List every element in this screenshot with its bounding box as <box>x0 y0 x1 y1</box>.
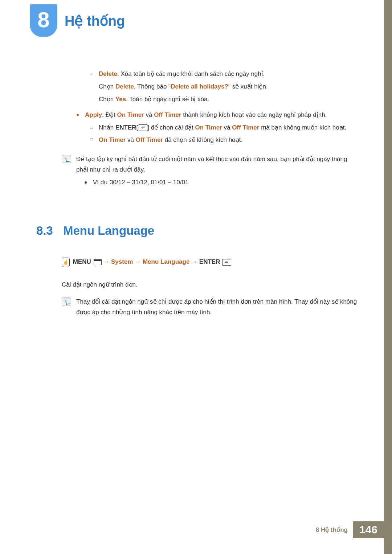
section-number: 8.3 <box>36 221 63 241</box>
sq2-on: On Timer <box>99 136 126 143</box>
apply-mid1: và <box>144 111 154 118</box>
apply-row: ● Apply: Đặt On Timer và Off Timer thành… <box>76 110 359 120</box>
delete-line3-b: Yes <box>115 96 126 103</box>
section-body-text: Cài đặt ngôn ngữ trình đơn. <box>62 280 359 290</box>
sq1-post: mà bạn không muốn kích hoạt. <box>259 124 346 131</box>
apply-pre: : Đặt <box>102 111 117 118</box>
delete-line3-post: . Toàn bộ ngày nghỉ sẽ bị xóa. <box>126 96 209 103</box>
hand-icon: ☝ <box>62 258 70 267</box>
delete-line3-pre: Chọn <box>99 96 115 103</box>
note-icon <box>62 297 71 305</box>
sq1-enter: ENTER <box>115 124 136 131</box>
apply-text: Apply: Đặt On Timer và Off Timer thành k… <box>85 110 327 120</box>
enter-icon <box>139 124 147 131</box>
footer-page-number: 146 <box>353 521 384 538</box>
menu-icon <box>94 259 102 265</box>
sq1-mid1: để chọn cài đặt <box>149 124 195 131</box>
sq1-brackets: [ <box>136 124 138 131</box>
note1-example-row: ● Ví dụ 30/12 – 31/12, 01/01 – 10/01 <box>84 177 359 188</box>
delete-label: Delete <box>99 70 117 77</box>
nav-system: System <box>111 258 133 265</box>
chapter-number: 8 <box>37 9 49 31</box>
sq1-on: On Timer <box>195 124 222 131</box>
delete-line2-b2: Delete all holidays? <box>171 83 228 90</box>
note2-text: Thay đổi cài đặt ngôn ngữ sẽ chỉ được áp… <box>76 297 359 318</box>
page-content: - Delete: Xóa toàn bộ các mục khỏi danh … <box>62 69 359 320</box>
enter-icon <box>222 259 231 266</box>
delete-line2: Chọn Delete. Thông báo "Delete all holid… <box>99 82 359 92</box>
note-block-1: Để tạo lập kỳ nghỉ bắt đầu từ cuối một n… <box>62 154 359 175</box>
section-8-3-heading: 8.3Menu Language <box>36 221 359 241</box>
sq1-mid2: và <box>222 124 232 131</box>
sq1-off: Off Timer <box>232 124 259 131</box>
delete-line2-pre: Chọn <box>99 83 115 90</box>
section-title: Menu Language <box>63 224 154 237</box>
bullet-dot-icon: ● <box>84 177 93 188</box>
delete-line2-mid: . Thông báo " <box>134 83 171 90</box>
square-marker-icon: □ <box>90 135 99 145</box>
square-marker-icon: □ <box>90 123 99 133</box>
apply-sq2-text: On Timer và Off Timer đã chọn sẽ không k… <box>99 135 242 145</box>
chapter-title: Hệ thống <box>65 13 125 29</box>
chapter-tab: 8 <box>30 4 57 37</box>
delete-line1: - Delete: Xóa toàn bộ các mục khỏi danh … <box>90 69 359 79</box>
note-block-2: Thay đổi cài đặt ngôn ngữ sẽ chỉ được áp… <box>62 297 359 318</box>
delete-line2-post: " sẽ xuất hiện. <box>228 83 268 90</box>
nav-menu-label: MENU <box>73 258 91 265</box>
sq2-mid: và <box>126 136 135 143</box>
nav-enter-label: ENTER <box>199 258 220 265</box>
apply-label: Apply <box>85 111 102 118</box>
apply-off-timer: Off Timer <box>154 111 181 118</box>
nav-arrow1: → <box>103 258 111 265</box>
apply-on-timer: On Timer <box>117 111 144 118</box>
note1-example: Ví dụ 30/12 – 31/12, 01/01 – 10/01 <box>93 177 188 188</box>
delete-desc: : Xóa toàn bộ các mục khỏi danh sách các… <box>117 70 265 77</box>
apply-sq1-text: Nhấn ENTER[] để chọn cài đặt On Timer và… <box>99 123 346 133</box>
apply-sq1: □ Nhấn ENTER[] để chọn cài đặt On Timer … <box>90 123 359 133</box>
note1-text: Để tạo lập kỳ nghỉ bắt đầu từ cuối một n… <box>76 154 359 175</box>
sq2-post: đã chọn sẽ không kích hoạt. <box>163 136 242 143</box>
dash-marker: - <box>90 69 99 79</box>
right-sidebar-bar <box>384 0 392 554</box>
delete-line3: Chọn Yes. Toàn bộ ngày nghỉ sẽ bị xóa. <box>99 94 359 105</box>
nav-menulang: Menu Language <box>143 258 189 265</box>
apply-post: thành không kích hoạt vào các ngày nghỉ … <box>181 111 327 118</box>
delete-line2-b1: Delete <box>115 83 134 90</box>
nav-arrow3: → <box>191 258 199 265</box>
note-icon <box>62 155 71 163</box>
sq1-pre: Nhấn <box>99 124 115 131</box>
page-footer: 8 Hệ thống 146 <box>0 521 384 538</box>
delete-line1-text: Delete: Xóa toàn bộ các mục khỏi danh sá… <box>99 69 359 79</box>
nav-path: ☝ MENU → System → Menu Language → ENTER <box>62 257 359 267</box>
sq2-off: Off Timer <box>136 136 163 143</box>
apply-sq2: □ On Timer và Off Timer đã chọn sẽ không… <box>90 135 359 145</box>
bullet-dot-icon: ● <box>76 110 85 120</box>
footer-chapter-label: 8 Hệ thống <box>316 526 348 534</box>
nav-arrow2: → <box>135 258 143 265</box>
